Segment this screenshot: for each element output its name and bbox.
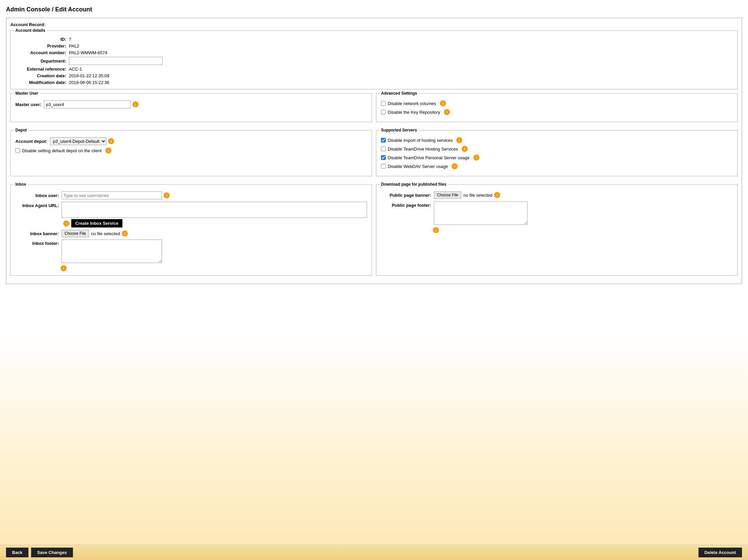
public-page-banner-info-icon: i [494, 192, 500, 198]
master-user-info-icon: i [133, 101, 139, 108]
inbox-agent-url-input[interactable] [62, 202, 367, 218]
disable-teamdrive-personal-checkbox[interactable] [381, 155, 386, 160]
inbox-footer-label: Inbox footer: [16, 239, 59, 246]
advanced-settings-legend: Advanced Settings [380, 91, 419, 96]
inbox-user-label: Inbox user: [16, 193, 59, 198]
external-reference-label: External reference: [16, 67, 69, 72]
id-label: ID: [16, 37, 69, 42]
external-reference-value: ACC-1 [69, 67, 732, 72]
disable-webdav-label: Disable WebDAV Server usage [388, 164, 448, 169]
disable-teamdrive-hosting-label: Disable TeamDrive Hosting Services [388, 146, 458, 151]
master-user-input[interactable] [44, 100, 131, 109]
disable-key-repository-label: Disable the Key Repository [388, 110, 440, 115]
account-number-label: Account number: [16, 50, 69, 55]
disable-import-hosting-label: Disable import of hosting services [388, 138, 452, 143]
provider-value: PAL2 [69, 44, 732, 48]
account-depot-select[interactable]: p3_user4-Depot-Default [50, 137, 107, 145]
account-depot-info-icon: i [108, 138, 114, 144]
disable-teamdrive-personal-info-icon: i [473, 155, 480, 161]
master-user-legend: Master User [14, 91, 40, 96]
account-number-value: PAL2-WMWM-6574 [69, 50, 732, 55]
disable-default-depot-checkbox[interactable] [16, 148, 20, 153]
save-changes-button[interactable]: Save Changes [31, 547, 73, 557]
public-page-banner-choose-file-button[interactable]: Choose File [434, 191, 461, 199]
depot-legend: Depot [14, 128, 28, 133]
creation-date-label: Creation date: [16, 73, 69, 78]
public-page-footer-label: Public page footer: [381, 202, 431, 208]
inbox-agent-url-info-icon: i [63, 220, 69, 227]
inbox-legend: Inbox [14, 182, 27, 187]
department-input[interactable] [69, 57, 163, 65]
bottom-bar: Back Save Changes Delete Account [0, 544, 748, 560]
id-value: 7 [69, 37, 732, 42]
disable-webdav-checkbox[interactable] [381, 164, 386, 169]
delete-account-button[interactable]: Delete Account [699, 547, 742, 557]
inbox-banner-info-icon: i [122, 231, 128, 236]
download-page-legend: Download page for published files [380, 182, 448, 187]
disable-default-depot-info-icon: i [106, 147, 111, 154]
disable-import-hosting-info-icon: i [456, 137, 462, 143]
provider-label: Provider: [16, 44, 69, 48]
disable-webdav-info-icon: i [452, 163, 458, 169]
disable-key-repository-checkbox[interactable] [381, 110, 386, 114]
account-depot-label: Account depot: [16, 139, 47, 144]
disable-import-hosting-checkbox[interactable] [381, 138, 386, 142]
create-inbox-service-button[interactable]: Create Inbox Service [71, 219, 122, 228]
modification-date-value: 2018-06-06 15:22:36 [69, 80, 732, 85]
modification-date-label: Modification date: [16, 80, 69, 85]
inbox-user-input[interactable] [62, 191, 162, 200]
account-details-legend: Account details [14, 28, 47, 33]
inbox-banner-label: Inbox banner: [16, 231, 59, 236]
disable-default-depot-label: Disable setting default depot on the cli… [22, 148, 102, 153]
disable-network-volumes-checkbox[interactable] [381, 101, 386, 106]
inbox-agent-url-label: Inbox Agent URL: [16, 202, 59, 208]
disable-network-volumes-label: Disable network volumes [388, 101, 436, 106]
inbox-user-info-icon: i [164, 192, 170, 199]
master-user-label: Master user: [16, 102, 41, 107]
disable-teamdrive-hosting-checkbox[interactable] [381, 146, 386, 151]
back-button[interactable]: Back [6, 547, 28, 557]
public-page-footer-textarea[interactable] [434, 202, 528, 225]
disable-network-volumes-info-icon: i [440, 100, 446, 107]
account-record-label: Account Record: [10, 22, 738, 27]
public-page-banner-no-file-text: no file selected [463, 193, 492, 198]
inbox-footer-info-icon: i [61, 265, 67, 271]
inbox-footer-textarea[interactable] [62, 239, 162, 263]
inbox-banner-no-file-text: no file selected [91, 231, 120, 236]
page-title: Admin Console / Edit Account [6, 6, 742, 13]
inbox-banner-choose-file-button[interactable]: Choose File [62, 230, 89, 237]
department-label: Department: [16, 59, 69, 64]
supported-servers-legend: Supported Servers [380, 128, 418, 133]
disable-teamdrive-personal-label: Disable TeamDrive Personal Server usage [388, 155, 470, 160]
disable-key-repository-info-icon: i [444, 109, 450, 115]
creation-date-value: 2018-01-22 12:35:09 [69, 73, 732, 78]
public-page-banner-label: Public page banner: [381, 193, 431, 198]
disable-teamdrive-hosting-info-icon: i [462, 146, 468, 152]
public-page-footer-info-icon: i [433, 227, 439, 233]
